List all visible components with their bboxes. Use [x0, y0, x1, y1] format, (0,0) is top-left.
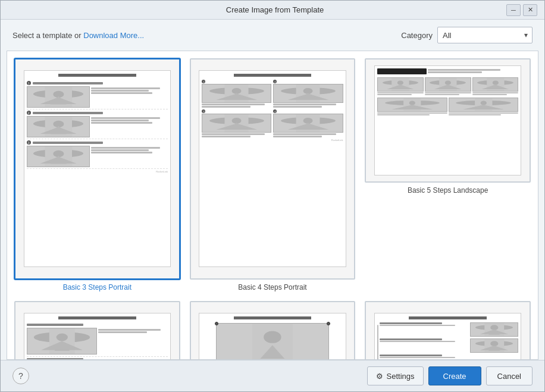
prompt-area: Select a template or Download More... — [12, 31, 144, 40]
template-name-basic-4-steps: Basic 4 Steps Portrait — [238, 283, 306, 291]
settings-button[interactable]: ⚙ Settings — [367, 366, 424, 385]
svg-point-22 — [397, 81, 403, 85]
category-label: Category — [401, 31, 433, 40]
svg-point-49 — [490, 341, 498, 346]
svg-point-25 — [445, 81, 451, 85]
help-button[interactable]: ? — [12, 368, 29, 384]
cancel-button[interactable]: Cancel — [486, 366, 533, 385]
template-item-basic-before-after[interactable]: RocketLink Basic Before/After Portrait — [14, 301, 180, 360]
minimize-button[interactable]: ─ — [506, 4, 521, 16]
action-buttons: ⚙ Settings Create Cancel — [367, 366, 533, 385]
create-button[interactable]: Create — [428, 366, 481, 385]
template-thumb-basic-4-steps: 1 — [190, 58, 356, 280]
template-thumb-before-after: RocketLink — [14, 301, 180, 360]
svg-point-34 — [480, 101, 486, 105]
svg-point-28 — [492, 81, 498, 85]
template-item-basic-single-portrait[interactable]: RocketLink Basic Single Portrait — [190, 301, 356, 360]
close-button[interactable]: ✕ — [523, 4, 537, 16]
template-thumb-basic-5-steps — [365, 58, 531, 183]
category-select[interactable]: All Basic Advanced Custom — [437, 27, 533, 43]
settings-icon: ⚙ — [376, 372, 383, 381]
bottom-bar: ? ⚙ Settings Create Cancel — [1, 360, 544, 391]
svg-point-37 — [56, 334, 67, 341]
svg-point-31 — [409, 101, 415, 105]
prompt-text: Select a template or — [12, 31, 82, 40]
template-thumb-basic-3-steps: 1 — [14, 58, 180, 280]
template-name-basic-3-steps: Basic 3 Steps Portrait — [63, 283, 131, 291]
template-item-basic-5-steps-landscape[interactable]: Basic 5 Steps Landscape — [365, 58, 531, 291]
template-item-basic-4-steps-portrait[interactable]: 1 — [190, 58, 356, 291]
download-more-link[interactable]: Download More... — [83, 31, 144, 40]
template-thumb-timeline-portrait: RocketLink — [365, 301, 531, 360]
svg-marker-35 — [479, 105, 488, 109]
template-name-basic-5-steps: Basic 5 Steps Landscape — [408, 186, 488, 195]
top-bar: Select a template or Download More... Ca… — [1, 20, 544, 51]
title-bar: Create Image from Template ─ ✕ — [1, 1, 544, 20]
template-item-basic-3-steps-portrait[interactable]: 1 — [14, 58, 180, 291]
template-thumb-single-portrait: RocketLink — [190, 301, 356, 360]
svg-point-46 — [490, 325, 498, 330]
dialog-title: Create Image from Template — [43, 5, 506, 14]
svg-marker-32 — [408, 105, 417, 109]
create-image-dialog: Create Image from Template ─ ✕ Select a … — [0, 0, 545, 392]
template-item-basic-timeline-portrait[interactable]: RocketLink Basic Timeline Portrait — [365, 301, 531, 360]
category-area: Category All Basic Advanced Custom — [401, 27, 533, 43]
templates-grid: 1 — [14, 58, 531, 360]
svg-point-43 — [264, 331, 281, 343]
category-select-wrapper: All Basic Advanced Custom — [437, 27, 533, 43]
templates-content[interactable]: 1 — [7, 51, 538, 360]
settings-label: Settings — [387, 372, 415, 381]
title-buttons: ─ ✕ — [506, 4, 537, 16]
